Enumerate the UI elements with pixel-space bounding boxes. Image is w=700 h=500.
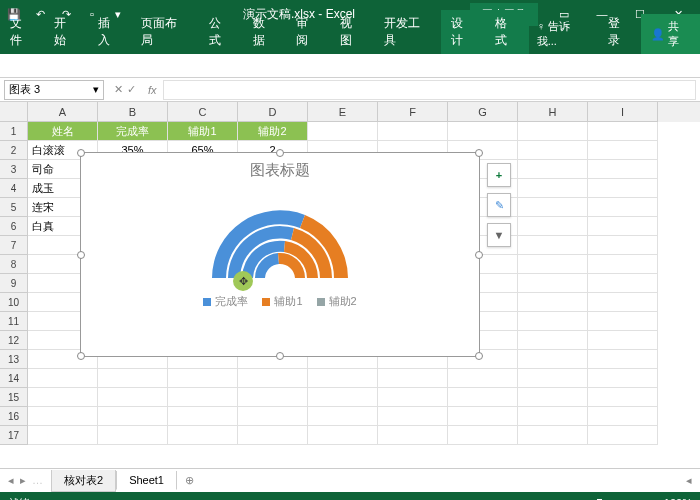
cell[interactable]: 完成率: [98, 122, 168, 141]
resize-handle[interactable]: [276, 352, 284, 360]
tab-review[interactable]: 审阅: [286, 10, 330, 54]
cell[interactable]: [518, 160, 588, 179]
resize-handle[interactable]: [77, 149, 85, 157]
resize-handle[interactable]: [475, 251, 483, 259]
hscroll-left-icon[interactable]: ◂: [678, 474, 700, 487]
cell[interactable]: [168, 388, 238, 407]
share-button[interactable]: 👤 共享: [641, 14, 700, 54]
col-header[interactable]: E: [308, 102, 378, 122]
cell[interactable]: [518, 350, 588, 369]
resize-handle[interactable]: [77, 352, 85, 360]
resize-handle[interactable]: [276, 149, 284, 157]
cell[interactable]: [588, 122, 658, 141]
chart-object[interactable]: 图表标题 完成率 辅助1 辅助2 ✥ + ✎ ▼: [80, 152, 480, 357]
row-header[interactable]: 13: [0, 350, 28, 369]
tab-file[interactable]: 文件: [0, 10, 44, 54]
col-header[interactable]: H: [518, 102, 588, 122]
chevron-down-icon[interactable]: ▾: [93, 83, 99, 96]
cell[interactable]: [308, 388, 378, 407]
sheet-tab[interactable]: 核对表2: [51, 470, 116, 492]
add-sheet-icon[interactable]: ⊕: [177, 474, 202, 487]
row-header[interactable]: 3: [0, 160, 28, 179]
chart-filter-button[interactable]: ▼: [487, 223, 511, 247]
chart-elements-button[interactable]: +: [487, 163, 511, 187]
row-header[interactable]: 8: [0, 255, 28, 274]
cell[interactable]: [308, 122, 378, 141]
cell[interactable]: [308, 426, 378, 445]
row-header[interactable]: 5: [0, 198, 28, 217]
cell[interactable]: [588, 198, 658, 217]
chart-legend[interactable]: 完成率 辅助1 辅助2: [81, 288, 479, 315]
cell[interactable]: [168, 426, 238, 445]
row-header[interactable]: 11: [0, 312, 28, 331]
cell[interactable]: [518, 236, 588, 255]
cell[interactable]: [518, 426, 588, 445]
view-layout-icon[interactable]: ▤: [501, 497, 511, 501]
cell[interactable]: [28, 388, 98, 407]
chart-styles-button[interactable]: ✎: [487, 193, 511, 217]
sheet-tab-active[interactable]: Sheet1: [116, 471, 177, 490]
login-button[interactable]: 登录: [598, 10, 642, 54]
fx-icon[interactable]: fx: [142, 84, 163, 96]
row-header[interactable]: 10: [0, 293, 28, 312]
cell[interactable]: [588, 369, 658, 388]
cell[interactable]: [518, 255, 588, 274]
cell[interactable]: [378, 407, 448, 426]
row-header[interactable]: 1: [0, 122, 28, 141]
cell[interactable]: [588, 236, 658, 255]
resize-handle[interactable]: [475, 352, 483, 360]
cell[interactable]: [238, 388, 308, 407]
formula-input[interactable]: [163, 80, 696, 100]
enter-fx-icon[interactable]: ✓: [127, 83, 136, 96]
macro-record-icon[interactable]: ▢: [42, 497, 52, 501]
cell[interactable]: [378, 122, 448, 141]
cell[interactable]: [518, 369, 588, 388]
cell[interactable]: [98, 426, 168, 445]
row-header[interactable]: 4: [0, 179, 28, 198]
tab-home[interactable]: 开始: [44, 10, 88, 54]
cell[interactable]: [518, 217, 588, 236]
cell[interactable]: 姓名: [28, 122, 98, 141]
tab-layout[interactable]: 页面布局: [131, 10, 199, 54]
cell[interactable]: [588, 388, 658, 407]
cell[interactable]: [518, 312, 588, 331]
cell[interactable]: [238, 407, 308, 426]
cell[interactable]: [238, 426, 308, 445]
sheet-nav-next-icon[interactable]: ▸: [20, 474, 26, 487]
resize-handle[interactable]: [475, 149, 483, 157]
cell[interactable]: [518, 293, 588, 312]
cell[interactable]: [448, 388, 518, 407]
col-header[interactable]: F: [378, 102, 448, 122]
cell[interactable]: [588, 217, 658, 236]
cell[interactable]: [238, 369, 308, 388]
cell[interactable]: [98, 407, 168, 426]
cell[interactable]: [518, 122, 588, 141]
col-header[interactable]: D: [238, 102, 308, 122]
cell[interactable]: 辅助2: [238, 122, 308, 141]
view-normal-icon[interactable]: ▦: [481, 497, 491, 501]
cell[interactable]: [168, 407, 238, 426]
cell[interactable]: [448, 122, 518, 141]
cell[interactable]: [588, 293, 658, 312]
cell[interactable]: [588, 426, 658, 445]
cell[interactable]: [588, 179, 658, 198]
cell[interactable]: [588, 350, 658, 369]
row-header[interactable]: 17: [0, 426, 28, 445]
row-header[interactable]: 14: [0, 369, 28, 388]
cell[interactable]: [588, 407, 658, 426]
chart-plot[interactable]: [200, 188, 360, 288]
col-header[interactable]: A: [28, 102, 98, 122]
col-header[interactable]: G: [448, 102, 518, 122]
cell[interactable]: [518, 274, 588, 293]
cell[interactable]: [28, 407, 98, 426]
col-header[interactable]: C: [168, 102, 238, 122]
row-header[interactable]: 12: [0, 331, 28, 350]
cell[interactable]: [448, 426, 518, 445]
row-header[interactable]: 7: [0, 236, 28, 255]
tab-format[interactable]: 格式: [485, 10, 529, 54]
col-header[interactable]: I: [588, 102, 658, 122]
row-header[interactable]: 9: [0, 274, 28, 293]
cell[interactable]: 辅助1: [168, 122, 238, 141]
cell[interactable]: [98, 388, 168, 407]
name-box[interactable]: 图表 3▾: [4, 80, 104, 100]
